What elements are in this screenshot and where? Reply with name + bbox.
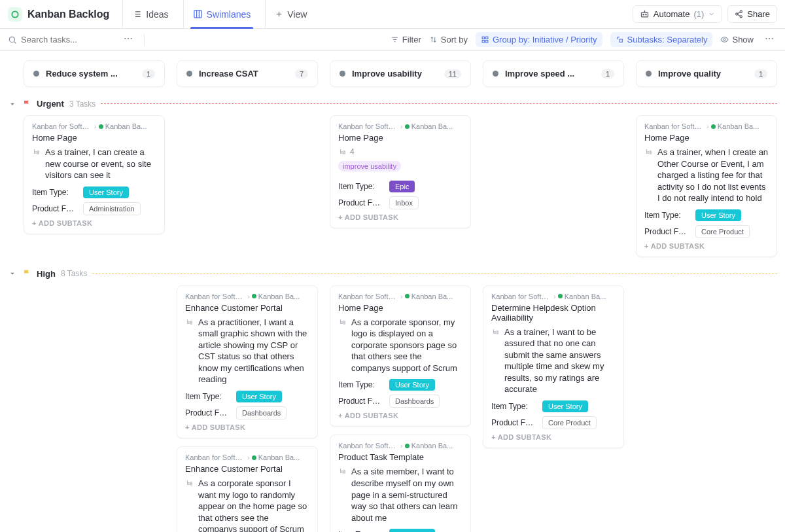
status-dot-icon	[405, 124, 410, 129]
svg-point-4	[646, 14, 646, 15]
lane-header: High 8 Tasks	[8, 269, 777, 279]
add-subtask-button[interactable]: + ADD SUBTASK	[644, 242, 769, 250]
svg-rect-15	[486, 41, 488, 43]
task-card[interactable]: Kanban for Software Devel...› Kanban Ba.…	[177, 285, 318, 438]
svg-point-23	[343, 152, 345, 154]
robot-icon	[640, 9, 650, 19]
item-type-badge: User Story	[695, 209, 741, 221]
tab-label: Swimlanes	[207, 9, 251, 20]
share-button[interactable]: Share	[727, 5, 777, 23]
column-header[interactable]: Reduce system ... 1	[24, 60, 165, 87]
lane-column: Kanban for Software Devel...› Kanban Ba.…	[483, 285, 624, 532]
collapse-caret[interactable]	[8, 269, 17, 278]
item-type-row: Item Type: User Story	[491, 400, 616, 412]
add-subtask-button[interactable]: + ADD SUBTASK	[491, 433, 616, 441]
collapse-caret[interactable]	[8, 99, 17, 109]
tab-ideas[interactable]: Ideas	[122, 0, 177, 29]
feature-row: Product Fe... Dashboards	[338, 395, 462, 408]
task-card[interactable]: Kanban for Software Devel...› Kanban Ba.…	[330, 434, 471, 532]
subtasks-button[interactable]: Subtasks: Separately	[610, 32, 713, 47]
card-title: Home Page	[338, 133, 462, 143]
item-type-badge: User Story	[83, 186, 129, 198]
subtask-tree-icon	[185, 479, 194, 488]
feature-row: Product Fe... Core Product	[491, 416, 616, 429]
task-card[interactable]: Kanban for Software Devel...› Kanban Ba.…	[24, 115, 165, 234]
breadcrumb: Kanban for Software Devel...› Kanban Ba.…	[185, 293, 309, 300]
feature-chip: Core Product	[695, 225, 750, 238]
feature-row: Product Fe... Dashboards	[185, 406, 309, 419]
subtask-tree-icon	[185, 318, 194, 327]
filter-button[interactable]: Filter	[391, 35, 421, 44]
status-dot	[493, 71, 498, 77]
automate-button[interactable]: Automate (1)	[633, 5, 723, 23]
add-view-label: View	[287, 9, 307, 20]
lane-column: Kanban for Software Devel...› Kanban Ba.…	[177, 285, 318, 532]
add-subtask-button[interactable]: + ADD SUBTASK	[185, 423, 309, 431]
dots-horizontal-icon	[764, 33, 775, 44]
automate-label: Automate	[654, 9, 690, 19]
group-by-button[interactable]: Group by: Initiative / Priority	[476, 32, 602, 47]
search-box[interactable]	[8, 35, 113, 44]
sort-button[interactable]: Sort by	[429, 35, 468, 44]
dots-horizontal-icon	[123, 33, 133, 44]
column-headers: Reduce system ... 1 Increase CSAT 7 Impr…	[8, 60, 777, 87]
chevron-down-icon	[708, 10, 715, 18]
column-header[interactable]: Improve speed ... 1	[483, 60, 624, 87]
group-label: Group by: Initiative / Priority	[493, 35, 597, 44]
card-title: Product Task Template	[338, 452, 462, 462]
card-description: As a trainer, I want to be assured that …	[491, 327, 616, 395]
automate-count: (1)	[693, 9, 704, 19]
app-logo	[8, 7, 22, 22]
add-subtask-button[interactable]: + ADD SUBTASK	[338, 412, 462, 419]
task-card[interactable]: Kanban for Software Devel...› Kanban Ba.…	[177, 446, 318, 532]
column-header[interactable]: Increase CSAT 7	[177, 60, 318, 87]
column-name: Improve speed ...	[505, 69, 595, 79]
lane-name: Urgent	[37, 99, 64, 109]
group-icon	[481, 35, 489, 44]
add-subtask-button[interactable]: + ADD SUBTASK	[338, 213, 462, 221]
svg-rect-1	[194, 10, 201, 18]
card-description: As a corporate sponsor I want my logo to…	[185, 478, 309, 532]
tab-swimlanes[interactable]: Swimlanes	[183, 0, 260, 29]
task-card[interactable]: Kanban for Software Devel...› Kanban Ba.…	[330, 285, 471, 427]
card-title: Enhance Customer Portal	[185, 303, 309, 313]
lane-columns: Kanban for Software Devel...› Kanban Ba.…	[8, 285, 777, 532]
status-dot	[340, 71, 345, 77]
subtasks-label: Subtasks: Separately	[627, 35, 708, 44]
toolbar: Filter Sort by Group by: Initiative / Pr…	[0, 29, 785, 51]
tag[interactable]: improve usability	[338, 161, 401, 171]
column-count: 1	[142, 69, 155, 79]
task-card[interactable]: Kanban for Software Devel...› Kanban Ba.…	[330, 115, 471, 228]
search-more-button[interactable]	[120, 33, 136, 46]
column-count: 7	[295, 69, 308, 79]
add-view-button[interactable]: View	[265, 0, 316, 29]
board-title: Kanban Backlog	[27, 9, 109, 20]
board: Reduce system ... 1 Increase CSAT 7 Impr…	[0, 51, 785, 532]
feature-row: Product Fe... Administration	[32, 202, 156, 215]
topbar: Kanban Backlog Ideas Swimlanes View Auto…	[0, 0, 785, 29]
column-header[interactable]: Improve usability 11	[330, 60, 471, 87]
breadcrumb: Kanban for Software Devel...› Kanban Ba.…	[32, 122, 156, 130]
lane-column: Kanban for Software Devel...› Kanban Ba.…	[330, 285, 471, 532]
item-type-row: Item Type: User Story	[338, 379, 462, 391]
priority-flag-icon	[22, 269, 31, 278]
search-input[interactable]	[21, 35, 106, 44]
svg-point-19	[772, 38, 773, 39]
lane-column	[483, 115, 624, 257]
filter-label: Filter	[402, 35, 421, 44]
show-button[interactable]: Show	[720, 35, 754, 44]
toolbar-more-button[interactable]	[761, 33, 777, 46]
subtask-tree-icon	[32, 148, 41, 157]
feature-chip: Administration	[83, 202, 141, 215]
breadcrumb: Kanban for Software Devel...› Kanban Ba.…	[338, 122, 462, 130]
column-name: Improve usability	[352, 69, 438, 79]
feature-chip: Dashboards	[236, 406, 287, 419]
lane-divider	[101, 103, 777, 104]
add-subtask-button[interactable]: + ADD SUBTASK	[32, 219, 156, 227]
card-title: Home Page	[338, 303, 462, 313]
column-header[interactable]: Improve quality 1	[636, 60, 777, 87]
task-card[interactable]: Kanban for Software Devel...› Kanban Ba.…	[636, 115, 777, 257]
sort-icon	[429, 35, 438, 44]
task-card[interactable]: Kanban for Software Devel...› Kanban Ba.…	[483, 285, 624, 448]
lane-count: 3 Tasks	[69, 99, 96, 109]
